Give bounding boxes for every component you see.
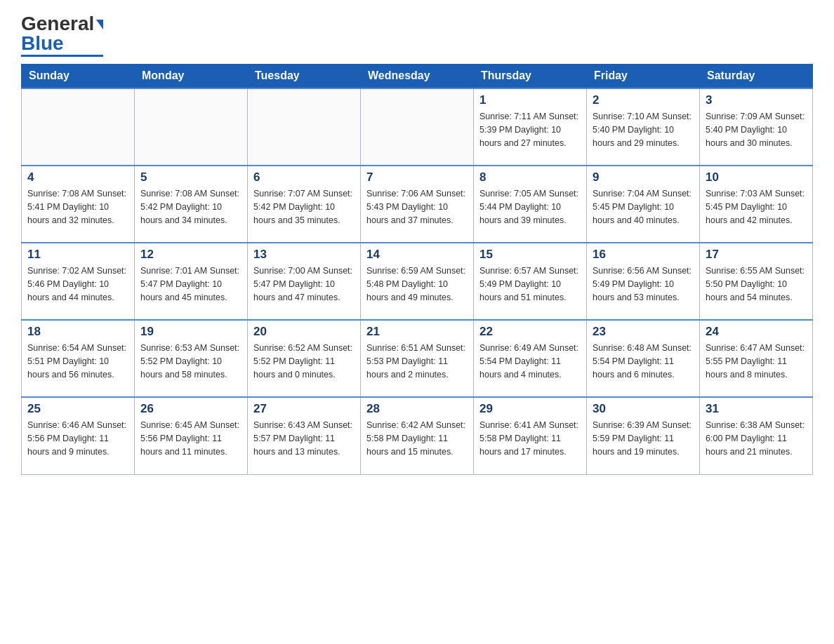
calendar-cell: 22Sunrise: 6:49 AM Sunset: 5:54 PM Dayli… [474, 320, 587, 397]
day-info: Sunrise: 7:04 AM Sunset: 5:45 PM Dayligh… [593, 187, 694, 227]
calendar-cell: 6Sunrise: 7:07 AM Sunset: 5:42 PM Daylig… [248, 166, 361, 243]
calendar-cell: 27Sunrise: 6:43 AM Sunset: 5:57 PM Dayli… [248, 397, 361, 474]
day-number: 4 [27, 170, 128, 185]
calendar-week-row: 4Sunrise: 7:08 AM Sunset: 5:41 PM Daylig… [22, 166, 813, 243]
day-info: Sunrise: 7:06 AM Sunset: 5:43 PM Dayligh… [366, 187, 468, 227]
day-info: Sunrise: 6:51 AM Sunset: 5:53 PM Dayligh… [366, 342, 468, 381]
day-info: Sunrise: 7:00 AM Sunset: 5:47 PM Dayligh… [253, 264, 355, 304]
day-number: 24 [706, 325, 807, 339]
calendar-cell: 30Sunrise: 6:39 AM Sunset: 5:59 PM Dayli… [587, 397, 700, 474]
calendar-cell: 20Sunrise: 6:52 AM Sunset: 5:52 PM Dayli… [248, 320, 361, 397]
day-info: Sunrise: 7:01 AM Sunset: 5:47 PM Dayligh… [140, 264, 241, 304]
day-info: Sunrise: 7:08 AM Sunset: 5:41 PM Dayligh… [27, 187, 128, 227]
day-number: 14 [366, 248, 468, 262]
calendar-cell: 16Sunrise: 6:56 AM Sunset: 5:49 PM Dayli… [587, 243, 700, 320]
calendar-table: SundayMondayTuesdayWednesdayThursdayFrid… [21, 64, 813, 475]
day-number: 7 [366, 170, 468, 185]
day-number: 17 [706, 248, 807, 262]
calendar-header-row: SundayMondayTuesdayWednesdayThursdayFrid… [22, 64, 813, 88]
calendar-cell: 26Sunrise: 6:45 AM Sunset: 5:56 PM Dayli… [135, 397, 248, 474]
day-number: 10 [706, 170, 807, 185]
day-info: Sunrise: 6:54 AM Sunset: 5:51 PM Dayligh… [27, 342, 128, 381]
calendar-cell: 4Sunrise: 7:08 AM Sunset: 5:41 PM Daylig… [22, 166, 135, 243]
day-number: 15 [479, 248, 581, 262]
day-number: 13 [253, 248, 355, 262]
day-info: Sunrise: 6:53 AM Sunset: 5:52 PM Dayligh… [140, 342, 241, 381]
day-info: Sunrise: 6:43 AM Sunset: 5:57 PM Dayligh… [253, 419, 355, 458]
day-info: Sunrise: 7:05 AM Sunset: 5:44 PM Dayligh… [479, 187, 581, 227]
calendar-cell [22, 88, 135, 166]
calendar-header-monday: Monday [135, 64, 248, 88]
day-info: Sunrise: 7:09 AM Sunset: 5:40 PM Dayligh… [706, 110, 807, 149]
calendar-header-thursday: Thursday [474, 64, 587, 88]
day-info: Sunrise: 6:57 AM Sunset: 5:49 PM Dayligh… [479, 264, 581, 304]
calendar-cell [248, 88, 361, 166]
calendar-cell: 29Sunrise: 6:41 AM Sunset: 5:58 PM Dayli… [474, 397, 587, 474]
calendar-cell: 24Sunrise: 6:47 AM Sunset: 5:55 PM Dayli… [700, 320, 813, 397]
calendar-cell: 18Sunrise: 6:54 AM Sunset: 5:51 PM Dayli… [22, 320, 135, 397]
day-info: Sunrise: 6:55 AM Sunset: 5:50 PM Dayligh… [706, 264, 807, 304]
day-info: Sunrise: 6:45 AM Sunset: 5:56 PM Dayligh… [140, 419, 241, 458]
calendar-cell: 19Sunrise: 6:53 AM Sunset: 5:52 PM Dayli… [135, 320, 248, 397]
calendar-cell: 1Sunrise: 7:11 AM Sunset: 5:39 PM Daylig… [474, 88, 587, 166]
day-number: 12 [140, 248, 241, 262]
calendar-header-wednesday: Wednesday [361, 64, 474, 88]
day-info: Sunrise: 6:47 AM Sunset: 5:55 PM Dayligh… [706, 342, 807, 381]
day-info: Sunrise: 6:59 AM Sunset: 5:48 PM Dayligh… [366, 264, 468, 304]
page-header: GeneralBlue [21, 14, 813, 57]
calendar-cell: 25Sunrise: 6:46 AM Sunset: 5:56 PM Dayli… [22, 397, 135, 474]
calendar-cell: 12Sunrise: 7:01 AM Sunset: 5:47 PM Dayli… [135, 243, 248, 320]
calendar-header-friday: Friday [587, 64, 700, 88]
day-info: Sunrise: 6:49 AM Sunset: 5:54 PM Dayligh… [479, 342, 581, 381]
day-info: Sunrise: 6:48 AM Sunset: 5:54 PM Dayligh… [593, 342, 694, 381]
day-number: 3 [706, 93, 807, 107]
day-info: Sunrise: 6:42 AM Sunset: 5:58 PM Dayligh… [366, 419, 468, 458]
day-number: 26 [140, 402, 241, 416]
day-number: 11 [27, 248, 128, 262]
calendar-cell: 5Sunrise: 7:08 AM Sunset: 5:42 PM Daylig… [135, 166, 248, 243]
day-number: 2 [593, 93, 694, 107]
day-info: Sunrise: 7:03 AM Sunset: 5:45 PM Dayligh… [706, 187, 807, 227]
calendar-cell: 9Sunrise: 7:04 AM Sunset: 5:45 PM Daylig… [587, 166, 700, 243]
logo-underline [21, 55, 103, 57]
calendar-header-sunday: Sunday [22, 64, 135, 88]
day-number: 8 [479, 170, 581, 185]
calendar-cell: 7Sunrise: 7:06 AM Sunset: 5:43 PM Daylig… [361, 166, 474, 243]
calendar-week-row: 1Sunrise: 7:11 AM Sunset: 5:39 PM Daylig… [22, 88, 813, 166]
day-info: Sunrise: 6:46 AM Sunset: 5:56 PM Dayligh… [27, 419, 128, 458]
day-number: 18 [27, 325, 128, 339]
day-info: Sunrise: 6:38 AM Sunset: 6:00 PM Dayligh… [706, 419, 807, 458]
calendar-cell: 15Sunrise: 6:57 AM Sunset: 5:49 PM Dayli… [474, 243, 587, 320]
day-info: Sunrise: 6:39 AM Sunset: 5:59 PM Dayligh… [593, 419, 694, 458]
day-number: 21 [366, 325, 468, 339]
day-info: Sunrise: 7:08 AM Sunset: 5:42 PM Dayligh… [140, 187, 241, 227]
calendar-cell: 13Sunrise: 7:00 AM Sunset: 5:47 PM Dayli… [248, 243, 361, 320]
day-info: Sunrise: 7:10 AM Sunset: 5:40 PM Dayligh… [593, 110, 694, 149]
calendar-cell: 14Sunrise: 6:59 AM Sunset: 5:48 PM Dayli… [361, 243, 474, 320]
calendar-header-tuesday: Tuesday [248, 64, 361, 88]
day-number: 16 [593, 248, 694, 262]
calendar-cell: 11Sunrise: 7:02 AM Sunset: 5:46 PM Dayli… [22, 243, 135, 320]
calendar-cell: 10Sunrise: 7:03 AM Sunset: 5:45 PM Dayli… [700, 166, 813, 243]
day-info: Sunrise: 6:41 AM Sunset: 5:58 PM Dayligh… [479, 419, 581, 458]
calendar-cell [361, 88, 474, 166]
day-info: Sunrise: 7:02 AM Sunset: 5:46 PM Dayligh… [27, 264, 128, 304]
calendar-week-row: 18Sunrise: 6:54 AM Sunset: 5:51 PM Dayli… [22, 320, 813, 397]
day-number: 5 [140, 170, 241, 185]
calendar-week-row: 25Sunrise: 6:46 AM Sunset: 5:56 PM Dayli… [22, 397, 813, 474]
logo: GeneralBlue [21, 14, 103, 57]
calendar-cell: 2Sunrise: 7:10 AM Sunset: 5:40 PM Daylig… [587, 88, 700, 166]
calendar-header-saturday: Saturday [700, 64, 813, 88]
day-number: 1 [479, 93, 581, 107]
logo-text: GeneralBlue [21, 14, 103, 53]
day-info: Sunrise: 6:56 AM Sunset: 5:49 PM Dayligh… [593, 264, 694, 304]
day-number: 23 [593, 325, 694, 339]
day-number: 22 [479, 325, 581, 339]
calendar-cell [135, 88, 248, 166]
day-number: 30 [593, 402, 694, 416]
day-number: 29 [479, 402, 581, 416]
day-info: Sunrise: 7:07 AM Sunset: 5:42 PM Dayligh… [253, 187, 355, 227]
calendar-cell: 3Sunrise: 7:09 AM Sunset: 5:40 PM Daylig… [700, 88, 813, 166]
day-number: 31 [706, 402, 807, 416]
day-number: 25 [27, 402, 128, 416]
